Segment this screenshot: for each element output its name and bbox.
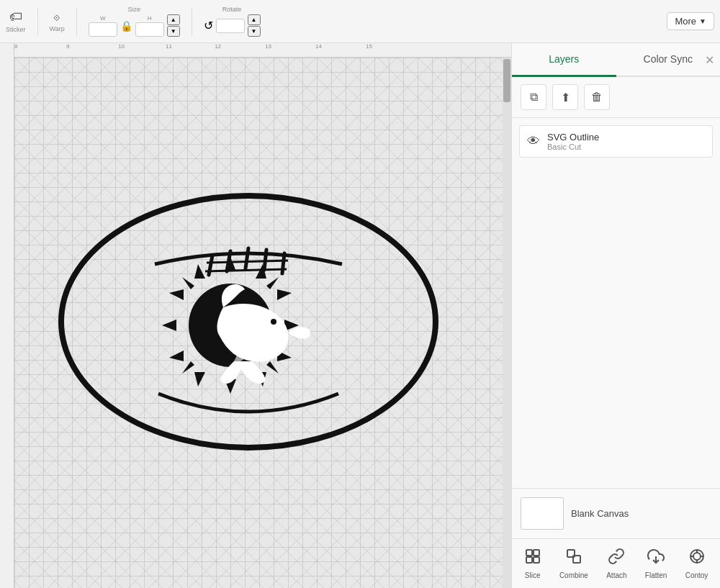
divider-2 [76, 7, 77, 36]
lock-toggle[interactable]: 🔒 [120, 20, 132, 32]
svg-line-3 [246, 248, 248, 268]
h-label: H [148, 15, 152, 22]
contour-button[interactable]: Contoу [680, 545, 714, 582]
flatten-button[interactable]: Flatten [639, 545, 673, 582]
layer-subtype: Basic Cut [547, 143, 705, 151]
tick-8: 8 [14, 43, 17, 50]
svg-rect-28 [526, 557, 532, 563]
sticker-group: 🏷 Sticker [6, 9, 26, 33]
canvas-area[interactable]: 8 9 10 11 12 13 14 15 [0, 43, 511, 588]
canvas-grid[interactable] [14, 58, 503, 588]
attach-button[interactable]: Attach [600, 545, 632, 582]
layer-info: SVG Outline Basic Cut [547, 132, 705, 151]
right-panel: Layers Color Sync ✕ ⧉ ⬆ 🗑 👁 SVG Outline … [511, 43, 720, 588]
sticker-icon: 🏷 [9, 9, 22, 24]
size-label: Size [89, 6, 180, 13]
combine-button[interactable]: Combine [554, 545, 594, 582]
size-inputs: W 🔒 H ▲ ▼ [89, 14, 180, 37]
rotate-label: Rotate [204, 6, 261, 13]
rotate-controls: ↺ ▲ ▼ [204, 14, 261, 37]
slice-button[interactable]: Slice [518, 545, 547, 582]
size-arrows: ▲ ▼ [167, 14, 180, 37]
ruler-h-marks: 8 9 10 11 12 13 14 15 [14, 43, 503, 57]
combine-label: Combine [559, 571, 588, 579]
blank-canvas-label: Blank Canvas [571, 508, 629, 519]
rotate-group: Rotate ↺ ▲ ▼ [204, 6, 261, 37]
ruler-horizontal: 8 9 10 11 12 13 14 15 [0, 43, 511, 58]
warp-group: ⟐ Warp [50, 11, 65, 32]
svg-marker-16 [194, 264, 205, 279]
tab-layers[interactable]: Layers [512, 43, 616, 77]
svg-canvas-image[interactable] [47, 171, 450, 476]
slice-label: Slice [525, 571, 541, 579]
sticker-label: Sticker [6, 26, 26, 33]
more-label: More [675, 16, 696, 27]
size-down[interactable]: ▼ [167, 26, 180, 37]
divider-1 [37, 7, 38, 36]
height-input[interactable] [135, 22, 164, 37]
svg-line-4 [264, 250, 266, 270]
svg-line-5 [282, 253, 284, 273]
warp-label: Warp [50, 25, 65, 32]
ruler-vertical [0, 43, 14, 588]
svg-marker-18 [169, 289, 184, 300]
layer-item-svg[interactable]: 👁 SVG Outline Basic Cut [519, 125, 713, 158]
rotate-down[interactable]: ▼ [248, 26, 261, 37]
duplicate-button[interactable]: ⧉ [521, 84, 546, 110]
lock-icon: 🔒 [120, 20, 132, 32]
tick-12: 12 [215, 43, 221, 50]
size-group: Size W 🔒 H ▲ ▼ [89, 6, 180, 37]
contour-icon [688, 548, 706, 569]
rotate-icon[interactable]: ↺ [204, 19, 213, 32]
tick-13: 13 [265, 43, 271, 50]
rotate-input[interactable] [216, 19, 245, 33]
warp-icon: ⟐ [53, 11, 60, 24]
svg-rect-27 [534, 550, 539, 556]
svg-marker-22 [194, 372, 205, 386]
svg-line-6 [207, 261, 288, 263]
rotate-arrows: ▲ ▼ [248, 14, 261, 37]
tick-11: 11 [166, 43, 172, 50]
contour-label: Contoу [685, 571, 708, 579]
svg-marker-19 [277, 289, 292, 300]
combine-icon [565, 548, 582, 569]
svg-marker-10 [162, 320, 176, 331]
panel-toolbar: ⧉ ⬆ 🗑 [512, 77, 720, 118]
chevron-down-icon: ▼ [699, 17, 706, 25]
move-to-canvas-button[interactable]: ⬆ [552, 84, 578, 110]
height-container: H [135, 15, 164, 37]
layer-name: SVG Outline [547, 132, 705, 143]
blank-canvas-section: Blank Canvas [512, 488, 720, 538]
tick-15: 15 [366, 43, 372, 50]
scrollbar-vertical[interactable] [503, 58, 511, 588]
tick-9: 9 [66, 43, 69, 50]
tick-14: 14 [315, 43, 322, 50]
panel-close-button[interactable]: ✕ [705, 53, 714, 66]
svg-line-7 [205, 269, 287, 271]
rotate-up[interactable]: ▲ [248, 14, 261, 25]
svg-marker-20 [169, 350, 184, 361]
svg-rect-29 [534, 557, 539, 563]
tick-10: 10 [118, 43, 125, 50]
width-input[interactable] [89, 22, 117, 37]
svg-point-25 [271, 319, 276, 325]
size-up[interactable]: ▲ [167, 14, 180, 25]
divider-3 [192, 7, 192, 36]
panel-tabs: Layers Color Sync ✕ [512, 43, 720, 77]
width-container: W [89, 15, 117, 37]
layer-list: 👁 SVG Outline Basic Cut [512, 118, 720, 488]
scrollbar-thumb[interactable] [503, 59, 510, 102]
flatten-label: Flatten [645, 571, 667, 579]
delete-button[interactable]: 🗑 [584, 84, 610, 110]
attach-icon [608, 548, 625, 569]
eye-icon[interactable]: 👁 [527, 134, 540, 149]
svg-rect-26 [526, 550, 532, 556]
svg-marker-12 [182, 277, 194, 289]
panel-bottom-toolbar: Slice Combine Attach [512, 538, 720, 588]
svg-marker-13 [266, 277, 279, 289]
slice-icon [524, 548, 541, 569]
more-button[interactable]: More ▼ [667, 12, 714, 30]
attach-label: Attach [606, 571, 626, 579]
blank-canvas-thumbnail [521, 497, 564, 530]
svg-point-34 [693, 553, 701, 560]
